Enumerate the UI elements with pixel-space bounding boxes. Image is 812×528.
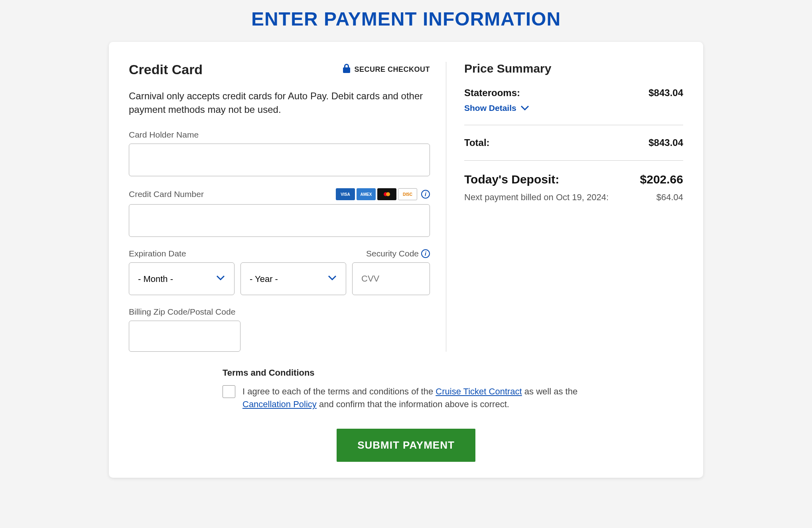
show-details-label: Show Details	[464, 103, 516, 113]
credit-card-form: Credit Card SECURE CHECKOUT Carnival onl…	[129, 62, 446, 352]
total-amount: $843.04	[648, 137, 683, 148]
deposit-label: Today's Deposit:	[464, 173, 559, 186]
secure-checkout-label: SECURE CHECKOUT	[354, 65, 430, 74]
divider	[464, 125, 683, 125]
card-holder-input[interactable]	[129, 144, 430, 176]
amex-icon: AMEX	[357, 188, 376, 200]
terms-text: I agree to each of the terms and conditi…	[242, 385, 589, 411]
zip-label: Billing Zip Code/Postal Code	[129, 307, 430, 317]
divider	[464, 160, 683, 161]
card-number-input[interactable]	[129, 204, 430, 237]
cruise-ticket-contract-link[interactable]: Cruise Ticket Contract	[436, 386, 522, 396]
visa-icon: VISA	[336, 188, 355, 200]
card-brand-icons: VISA AMEX DISC i	[336, 188, 430, 200]
cancellation-policy-link[interactable]: Cancellation Policy	[242, 399, 317, 409]
next-payment-amount: $64.04	[656, 192, 683, 203]
terms-text-part: as well as the	[522, 386, 577, 396]
lock-icon	[342, 63, 351, 76]
credit-card-notice: Carnival only accepts credit cards for A…	[129, 89, 430, 116]
total-label: Total:	[464, 137, 490, 148]
terms-text-part: I agree to each of the terms and conditi…	[242, 386, 436, 396]
submit-payment-button[interactable]: SUBMIT PAYMENT	[337, 429, 475, 462]
chevron-down-icon	[520, 103, 529, 113]
payment-card: Credit Card SECURE CHECKOUT Carnival onl…	[109, 42, 703, 478]
terms-text-part: and confirm that the information above i…	[317, 399, 509, 409]
exp-month-select[interactable]: - Month -	[129, 262, 235, 295]
deposit-amount: $202.66	[640, 173, 683, 186]
cvv-input[interactable]	[352, 262, 430, 295]
staterooms-amount: $843.04	[648, 87, 683, 99]
discover-icon: DISC	[398, 188, 417, 200]
security-code-label: Security Code	[366, 249, 419, 258]
card-number-label: Credit Card Number	[129, 189, 204, 199]
credit-card-heading: Credit Card	[129, 62, 203, 77]
page-title: ENTER PAYMENT INFORMATION	[0, 8, 812, 30]
mastercard-icon	[377, 188, 396, 200]
staterooms-label: Staterooms:	[464, 87, 520, 99]
price-summary: Price Summary Staterooms: $843.04 Show D…	[464, 62, 683, 352]
terms-checkbox[interactable]	[223, 385, 235, 398]
exp-year-select[interactable]: - Year -	[240, 262, 346, 295]
secure-checkout-badge: SECURE CHECKOUT	[342, 63, 430, 76]
terms-heading: Terms and Conditions	[223, 368, 589, 378]
info-icon[interactable]: i	[421, 190, 430, 199]
expiration-label: Expiration Date	[129, 249, 186, 258]
price-summary-heading: Price Summary	[464, 62, 683, 75]
info-icon[interactable]: i	[421, 249, 430, 258]
card-holder-label: Card Holder Name	[129, 130, 430, 140]
zip-input[interactable]	[129, 321, 240, 352]
show-details-toggle[interactable]: Show Details	[464, 103, 529, 113]
terms-section: Terms and Conditions I agree to each of …	[223, 368, 589, 411]
next-payment-label: Next payment billed on Oct 19, 2024:	[464, 192, 609, 203]
